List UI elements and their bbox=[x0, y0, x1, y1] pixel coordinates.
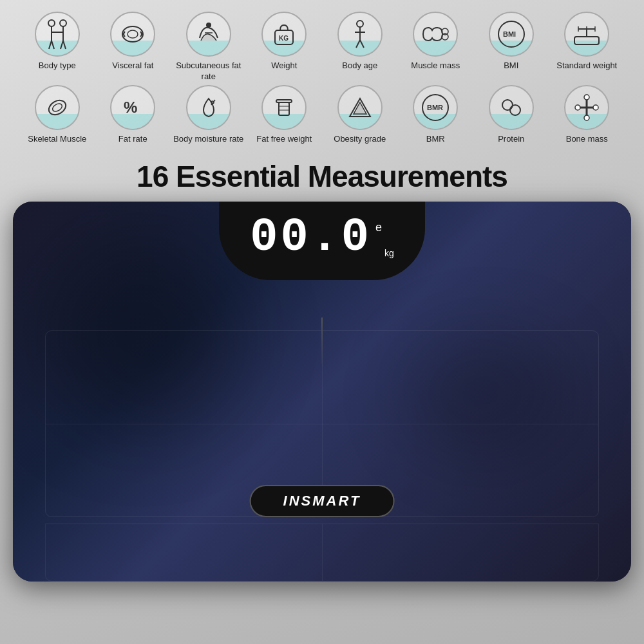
bmi-icon: BMI bbox=[489, 12, 534, 57]
skeletal-muscle-icon bbox=[35, 85, 80, 130]
fat-free-weight-label: Fat free weight bbox=[256, 134, 312, 145]
bmi-label: BMI bbox=[504, 61, 518, 71]
body-moisture-icon bbox=[186, 85, 231, 130]
svg-point-50 bbox=[584, 115, 589, 120]
weight-label: Weight bbox=[271, 61, 297, 71]
icon-item-fat-free-weight: Fat free weight bbox=[249, 85, 319, 145]
svg-line-4 bbox=[49, 41, 52, 49]
subcutaneous-fat-icon bbox=[186, 12, 231, 57]
page: Body type Visceral fat bbox=[0, 0, 644, 644]
svg-text:KG: KG bbox=[279, 35, 289, 42]
icon-item-fat-rate: % Fat rate bbox=[97, 85, 168, 145]
obesity-grade-icon bbox=[337, 85, 383, 130]
svg-point-11 bbox=[206, 23, 211, 28]
icon-item-protein: Protein bbox=[476, 85, 547, 145]
bone-mass-icon bbox=[564, 85, 609, 130]
svg-point-31 bbox=[51, 102, 63, 113]
icon-item-bmi: BMI BMI bbox=[476, 12, 547, 71]
heading-section: 16 Essential Measurements bbox=[0, 154, 644, 202]
fat-rate-icon: % bbox=[110, 85, 155, 130]
display-unit: kg bbox=[384, 248, 394, 258]
svg-point-0 bbox=[48, 20, 55, 26]
icon-item-weight: KG Weight bbox=[249, 12, 319, 71]
body-moisture-label: Body moisture rate bbox=[173, 134, 243, 145]
svg-line-19 bbox=[360, 40, 364, 48]
icon-item-obesity-grade: Obesity grade bbox=[325, 85, 395, 145]
svg-rect-24 bbox=[574, 37, 599, 44]
body-age-icon bbox=[337, 12, 383, 57]
display-screen: 00.0 e kg bbox=[250, 214, 394, 261]
electrode-line bbox=[321, 317, 323, 369]
icon-item-body-age: Body age bbox=[325, 12, 395, 71]
bmr-icon: BMR bbox=[413, 85, 458, 130]
icon-item-standard-weight: Standard weight bbox=[551, 12, 622, 71]
icon-item-bone-mass: Bone mass bbox=[551, 85, 622, 145]
icon-item-subcutaneous-fat: Subcutaneous fat rate bbox=[173, 12, 244, 82]
svg-line-18 bbox=[356, 40, 360, 48]
display-superscript: e bbox=[375, 221, 382, 234]
weight-icon: KG bbox=[261, 12, 307, 57]
svg-text:BMI: BMI bbox=[503, 30, 516, 38]
standard-weight-label: Standard weight bbox=[556, 61, 617, 71]
svg-point-43 bbox=[502, 100, 513, 110]
svg-point-49 bbox=[584, 95, 589, 100]
svg-point-1 bbox=[60, 20, 66, 26]
fat-free-weight-icon bbox=[261, 85, 307, 130]
scale-body: 00.0 e kg INSMART bbox=[13, 202, 631, 582]
brand-name: INSMART bbox=[283, 493, 361, 509]
fat-rate-label: Fat rate bbox=[118, 134, 147, 145]
svg-line-7 bbox=[63, 41, 66, 49]
svg-line-5 bbox=[52, 41, 54, 49]
protein-icon bbox=[489, 85, 534, 130]
svg-point-9 bbox=[122, 26, 143, 42]
icons-row-1: Body type Visceral fat bbox=[19, 12, 625, 82]
svg-marker-40 bbox=[354, 102, 366, 114]
svg-point-47 bbox=[575, 105, 580, 110]
bottom-electrode-area bbox=[45, 524, 599, 582]
icon-item-skeletal-muscle: Skeletal Muscle bbox=[22, 85, 93, 145]
brand-badge: INSMART bbox=[250, 485, 395, 517]
svg-text:BMR: BMR bbox=[427, 104, 443, 111]
standard-weight-icon bbox=[564, 12, 609, 57]
visceral-fat-icon bbox=[110, 12, 155, 57]
svg-point-10 bbox=[128, 30, 138, 38]
svg-point-48 bbox=[593, 105, 598, 110]
scale-device: 00.0 e kg INSMART bbox=[13, 202, 631, 582]
display-notch: 00.0 e kg bbox=[219, 202, 425, 280]
weight-display: 00.0 bbox=[250, 214, 372, 261]
subcutaneous-fat-label: Subcutaneous fat rate bbox=[173, 61, 244, 82]
visceral-fat-label: Visceral fat bbox=[112, 61, 153, 71]
icon-item-muscle-mass: Muscle mass bbox=[400, 12, 471, 71]
svg-text:%: % bbox=[124, 99, 137, 116]
icon-item-body-moisture: Body moisture rate bbox=[173, 85, 244, 145]
icons-section: Body type Visceral fat bbox=[0, 0, 644, 154]
body-age-label: Body age bbox=[342, 61, 377, 71]
svg-rect-36 bbox=[279, 102, 289, 115]
icon-item-visceral-fat: Visceral fat bbox=[97, 12, 168, 71]
main-heading: 16 Essential Measurements bbox=[13, 159, 631, 194]
protein-label: Protein bbox=[498, 134, 524, 145]
icon-item-bmr: BMR BMR bbox=[400, 85, 471, 145]
obesity-grade-label: Obesity grade bbox=[334, 134, 386, 145]
svg-point-30 bbox=[46, 97, 68, 117]
muscle-mass-label: Muscle mass bbox=[411, 61, 460, 71]
skeletal-muscle-label: Skeletal Muscle bbox=[28, 134, 86, 145]
body-type-icon bbox=[35, 12, 80, 57]
icons-row-2: Skeletal Muscle % Fat rate bbox=[19, 85, 625, 145]
muscle-mass-icon bbox=[413, 12, 458, 57]
icon-item-body-type: Body type bbox=[22, 12, 93, 71]
svg-line-6 bbox=[61, 41, 63, 49]
svg-point-44 bbox=[510, 105, 520, 115]
bone-mass-label: Bone mass bbox=[566, 134, 608, 145]
svg-point-15 bbox=[357, 21, 363, 27]
bmr-label: BMR bbox=[426, 134, 445, 145]
body-type-label: Body type bbox=[39, 61, 76, 71]
